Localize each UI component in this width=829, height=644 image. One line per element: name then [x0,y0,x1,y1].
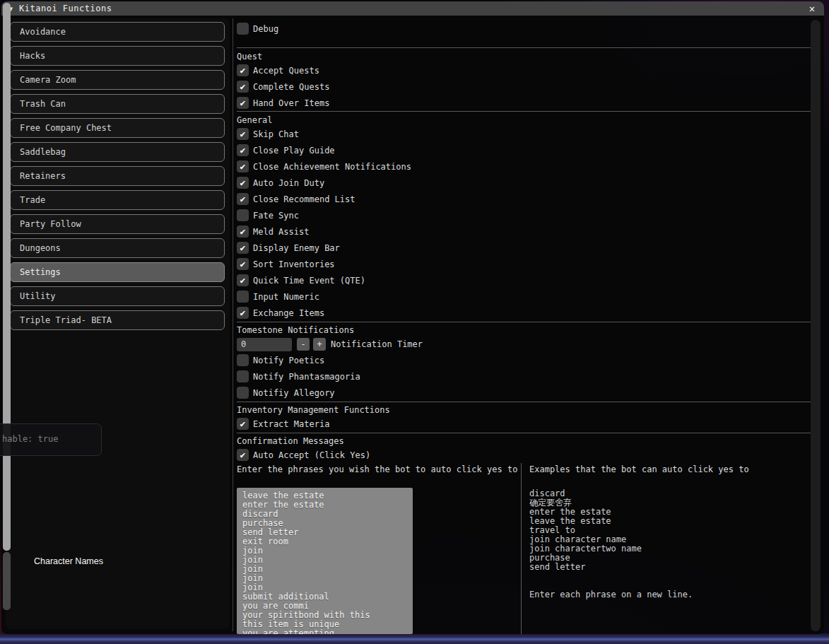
quest-checklist: ✔ Accept Quests ✔ Complete Quests ✔ Hand… [237,62,329,111]
checkbox[interactable]: ✔ [237,307,249,319]
check-icon: ✔ [240,258,246,270]
close-icon[interactable]: ✕ [806,2,818,15]
checkbox[interactable]: ✔ [237,160,249,172]
sidebar-item-label: Hacks [20,51,45,61]
checkbox[interactable]: ✔ [237,193,249,205]
phrases-textarea[interactable]: leave the estate enter the estate discar… [237,488,413,634]
sidebar-item-label: Settings [20,267,61,277]
checkbox-label: Close Achievement Notifications [253,162,411,172]
checkbox-row[interactable]: ✔ Fate Sync [237,207,411,223]
timer-increment-button[interactable]: + [313,338,326,351]
checkbox-label: Close Recommend List [253,194,355,204]
check-icon: ✔ [240,418,246,430]
timer-decrement-button[interactable]: - [297,338,310,351]
checkbox[interactable]: ✔ [237,128,249,140]
checkbox-row[interactable]: ✔ Auto Accept (Click Yes) [237,447,370,463]
checkbox-row[interactable]: ✔ Close Achievement Notifications [237,158,411,175]
column-separator [521,463,522,634]
sidebar-item[interactable]: Party Follow [10,214,225,234]
checkbox-row[interactable]: ✔ Sort Inventories [237,256,411,272]
checkbox[interactable]: ✔ [237,177,249,189]
sidebar-item-label: Free Company Chest [20,123,112,133]
checkbox[interactable]: ✔ [237,64,249,76]
checkbox-row[interactable]: ✔ Notifiy Allegory [237,385,360,401]
checkbox-row[interactable]: ✔ Exchange Items [237,305,411,321]
checkbox[interactable]: ✔ [237,418,249,430]
checkbox-row[interactable]: ✔ Complete Quests [237,78,329,95]
sidebar-item[interactable]: Hacks [10,46,225,66]
checkbox[interactable]: ✔ [237,144,249,156]
sidebar-item-label: Trash Can [20,99,66,109]
checkbox-row[interactable]: ✔ Notify Phantasmagoria [237,368,360,385]
checkbox[interactable]: ✔ [237,387,249,399]
checkbox[interactable]: ✔ [237,354,249,366]
sidebar-item[interactable]: Triple Triad- BETA [10,310,225,330]
tooltip: hable: true [0,423,102,456]
sidebar-item[interactable]: Avoidance [10,22,225,42]
checkbox-row[interactable]: ✔ Hand Over Items [237,95,329,111]
checkbox[interactable]: ✔ [237,23,249,35]
sidebar-item[interactable]: Free Company Chest [10,118,225,138]
checkbox-label: Meld Assist [253,227,309,237]
sidebar-item-label: Party Follow [20,219,81,229]
examples-text: discard 确定要舍弃 enter the estate leave the… [529,489,809,599]
checkbox-row[interactable]: ✔ Skip Chat [237,126,411,142]
sidebar-item[interactable]: Utility [10,286,225,306]
checkbox-row[interactable]: ✔ Close Recommend List [237,191,411,207]
sidebar-item-label: Avoidance [20,27,66,37]
checkbox-label: Input Numeric [253,292,319,302]
check-icon: ✔ [240,144,246,156]
checkbox-row[interactable]: ✔ Notify Poetics [237,352,360,368]
checkbox[interactable]: ✔ [237,291,249,303]
checkbox[interactable]: ✔ [237,242,249,254]
sidebar-item-label: Trade [20,195,45,205]
checkbox[interactable]: ✔ [237,97,249,109]
check-icon: ✔ [240,160,246,172]
titlebar[interactable]: ▼ Kitanoi Functions ✕ [1,1,824,16]
checkbox[interactable]: ✔ [237,449,249,461]
examples-list: discard 确定要舍弃 enter the estate leave the… [529,489,809,634]
checkbox-row[interactable]: ✔ Display Enemy Bar [237,240,411,256]
checkbox[interactable]: ✔ [237,258,249,270]
checkbox-label: Notify Phantasmagoria [253,372,360,382]
notification-timer-input[interactable]: 0 [237,338,292,351]
inventory-checklist: ✔ Extract Materia [237,416,329,432]
sidebar-item[interactable]: Trash Can [10,94,225,114]
checkbox-row[interactable]: ✔ Quick Time Event (QTE) [237,272,411,288]
section-divider [237,402,812,402]
section-divider [237,433,812,433]
sidebar-item[interactable]: Camera Zoom [10,70,225,90]
checkbox-row[interactable]: ✔ Input Numeric [237,288,411,305]
notification-timer-row: 0 - + Notification Timer [237,337,423,351]
check-icon: ✔ [240,449,246,461]
sidebar-item[interactable]: Trade [10,190,225,210]
check-icon: ✔ [240,274,246,286]
redacted-character-names: Character Names [34,556,103,566]
tooltip-text: hable: true [2,434,58,444]
sidebar-item[interactable]: Dungeons [10,238,225,258]
checkbox-row[interactable]: ✔ Meld Assist [237,223,411,240]
checkbox[interactable]: ✔ [237,274,249,286]
checkbox-row[interactable]: ✔ Close Play Guide [237,142,411,158]
checkbox[interactable]: ✔ [237,226,249,238]
game-background: ▼ Kitanoi Functions ✕ Avoidance Hacks Ca… [0,0,829,644]
scrollbar-thumb[interactable] [3,3,11,551]
phrases-text: leave the estate enter the estate discar… [242,491,413,634]
vertical-scrollbar[interactable] [811,20,821,631]
check-icon: ✔ [240,81,246,93]
debug-checklist: ✔ Debug [237,21,278,37]
checkbox-row[interactable]: ✔ Debug [237,21,278,37]
checkbox[interactable]: ✔ [237,81,249,93]
checkbox[interactable]: ✔ [237,209,249,221]
check-icon: ✔ [240,64,246,76]
notification-timer-label: Notification Timer [331,339,423,349]
checkbox[interactable]: ✔ [237,370,249,382]
checkbox-row[interactable]: ✔ Auto Join Duty [237,175,411,191]
checkbox-row[interactable]: ✔ Extract Materia [237,416,329,432]
checkbox-label: Exchange Items [253,308,324,318]
sidebar-item[interactable]: Retainers [10,166,225,186]
sidebar-item[interactable]: Settings [10,262,225,282]
nebula-bottom-strip [0,633,829,644]
sidebar-item[interactable]: Saddlebag [10,142,225,162]
checkbox-row[interactable]: ✔ Accept Quests [237,62,329,78]
